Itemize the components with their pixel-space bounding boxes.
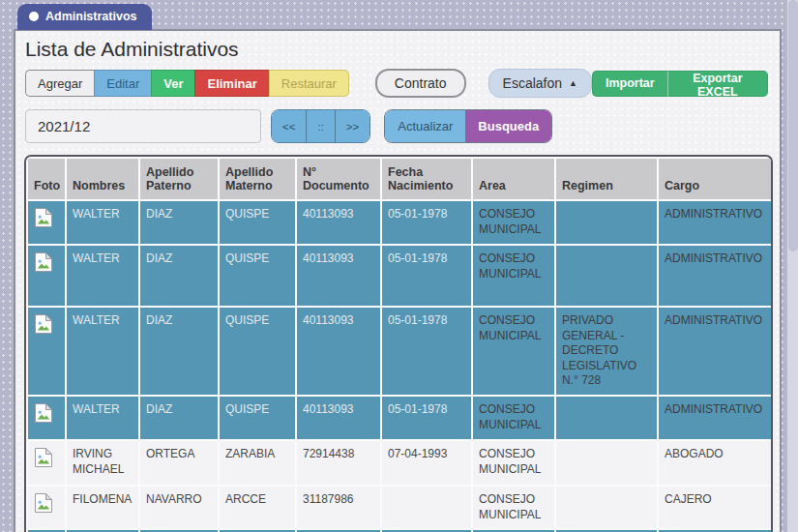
foto-cell [28,308,65,395]
escalafon-button[interactable]: Escalafon ▲ [488,69,592,98]
nombres-cell: IRVING MICHAEL [67,441,138,485]
fecha-nacimiento-cell: 07-04-1993 [382,441,471,485]
area-cell: CONSEJO MUNICIPAL [473,487,554,528]
col-header-documento: N° Documento [297,159,380,199]
restaurar-button[interactable]: Restaurar [269,70,349,97]
apellido-materno-cell: QUISPE [220,246,295,306]
foto-cell [28,397,65,439]
editar-button[interactable]: Editar [94,70,151,97]
contrato-button[interactable]: Contrato [375,69,466,98]
busqueda-button[interactable]: Busqueda [465,110,551,142]
fecha-nacimiento-cell: 05-01-1978 [382,308,471,395]
cargo-cell: ADMINISTRATIVO [659,397,771,439]
search-button-group: Actualizar Busqueda [384,109,552,143]
col-header-foto: Foto [28,159,65,199]
exportar-excel-button[interactable]: Exportar EXCEL [668,71,768,97]
broken-image-icon [34,313,53,335]
regimen-cell [556,246,657,306]
table-row[interactable]: FILOMENA NAVARRO ARCCE 31187986 CONSEJO … [28,487,771,528]
importar-button[interactable]: Importar [592,71,668,97]
table-row[interactable]: WALTER DIAZ QUISPE 40113093 05-01-1978 C… [28,201,771,244]
area-cell: CONSEJO MUNICIPAL [473,246,554,306]
filter-row: << :: >> Actualizar Busqueda [25,109,772,143]
col-header-nombres: Nombres [67,159,138,199]
pager-next-button[interactable]: >> [336,110,369,142]
regimen-cell: PRIVADO GENERAL - DECRETO LEGISLATIVO N.… [556,308,657,395]
apellido-paterno-cell: NAVARRO [140,487,218,528]
tab-administrativos[interactable]: Administrativos [17,4,152,30]
pager-group: << :: >> [271,109,370,143]
regimen-cell [556,441,657,485]
apellido-materno-cell: QUISPE [220,201,295,244]
foto-cell [28,441,65,485]
table-body: WALTER DIAZ QUISPE 40113093 05-01-1978 C… [28,201,771,532]
area-cell: CONSEJO MUNICIPAL [473,441,554,485]
actualizar-button[interactable]: Actualizar [385,110,465,142]
agregar-button[interactable]: Agregar [25,70,94,97]
col-header-apellido-materno: Apellido Materno [220,159,295,199]
apellido-materno-cell: QUISPE [220,308,295,395]
crud-button-group: Agregar Editar Ver Eliminar Restaurar [25,70,349,97]
pager-middle-button[interactable]: :: [307,110,335,142]
apellido-paterno-cell: DIAZ [140,308,218,395]
tab-active-dot-icon [29,12,39,21]
apellido-paterno-cell: DIAZ [140,397,218,439]
fecha-nacimiento-cell: 05-01-1978 [382,246,471,306]
documento-cell: 40113093 [297,246,380,306]
apellido-materno-cell: ZARABIA [220,441,295,485]
area-cell: CONSEJO MUNICIPAL [473,308,554,395]
broken-image-icon [34,251,53,273]
apellido-paterno-cell: DIAZ [140,246,218,306]
scrollbar-thumb[interactable] [788,0,798,251]
table-row[interactable]: WALTER DIAZ QUISPE 40113093 05-01-1978 C… [28,308,771,395]
eliminar-button[interactable]: Eliminar [194,70,268,97]
documento-cell: 40113093 [297,308,380,395]
pager-prev-button[interactable]: << [272,110,307,142]
nombres-cell: WALTER [67,308,138,395]
export-button-group: Importar Exportar EXCEL [592,71,768,97]
cargo-cell: ADMINISTRATIVO [659,308,771,395]
table-row[interactable]: WALTER DIAZ QUISPE 40113093 05-01-1978 C… [28,397,771,439]
table-header-row: Foto Nombres Apellido Paterno Apellido M… [28,159,771,199]
administrativos-table: Foto Nombres Apellido Paterno Apellido M… [24,155,773,532]
nombres-cell: WALTER [67,246,138,306]
table-row[interactable]: WALTER DIAZ QUISPE 40113093 05-01-1978 C… [28,246,771,306]
broken-image-icon [34,207,53,228]
fecha-nacimiento-cell: 05-01-1978 [382,201,471,244]
cargo-cell: ADMINISTRATIVO [659,201,771,244]
foto-cell [28,487,65,528]
caret-up-icon: ▲ [569,78,577,88]
escalafon-label: Escalafon [503,75,562,91]
foto-cell [28,246,65,306]
col-header-cargo: Cargo [659,159,771,199]
nombres-cell: WALTER [67,397,138,439]
documento-cell: 31187986 [297,487,380,528]
col-header-apellido-paterno: Apellido Paterno [140,159,218,199]
main-panel: Lista de Administrativos Agregar Editar … [14,29,782,532]
documento-cell: 72914438 [297,441,380,485]
table-row[interactable]: IRVING MICHAEL ORTEGA ZARABIA 72914438 0… [28,441,771,485]
cargo-cell: ABOGADO [659,441,771,485]
ver-button[interactable]: Ver [151,70,194,97]
fecha-nacimiento-cell: 05-01-1978 [382,397,471,439]
apellido-paterno-cell: ORTEGA [140,441,218,485]
foto-cell [28,201,65,244]
vertical-scrollbar[interactable] [786,0,798,532]
cargo-cell: CAJERO [659,487,771,528]
apellido-materno-cell: ARCCE [220,487,295,528]
page-title: Lista de Administrativos [25,38,772,61]
nombres-cell: FILOMENA [67,487,138,528]
documento-cell: 40113093 [297,397,380,439]
broken-image-icon [34,402,53,424]
col-header-regimen: Regimen [556,159,657,199]
broken-image-icon [34,447,53,468]
toolbar: Agregar Editar Ver Eliminar Restaurar Co… [25,69,772,98]
col-header-area: Area [473,159,554,199]
period-input[interactable] [25,109,261,143]
nombres-cell: WALTER [67,201,138,244]
apellido-paterno-cell: DIAZ [140,201,218,244]
regimen-cell [556,397,657,439]
area-cell: CONSEJO MUNICIPAL [473,397,554,439]
regimen-cell [556,487,657,528]
broken-image-icon [34,492,53,514]
